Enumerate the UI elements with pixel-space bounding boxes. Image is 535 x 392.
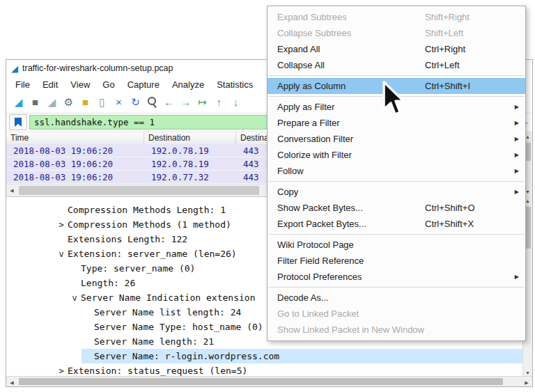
capture-options-icon[interactable]: ⚙ bbox=[61, 95, 76, 109]
tree-row-label: Compression Methods (1 method) bbox=[68, 219, 231, 230]
menu-item-label: Conversation Filter bbox=[277, 134, 425, 144]
reload-file-icon[interactable]: ↻ bbox=[128, 95, 143, 109]
menu-item-shortcut: Ctrl+Shift+I bbox=[425, 81, 520, 91]
tree-row-label: Extension: server_name (len=26) bbox=[68, 249, 237, 259]
scroll-track[interactable] bbox=[17, 377, 521, 386]
expander-icon[interactable]: v bbox=[55, 249, 68, 259]
filter-bookmark-button[interactable] bbox=[9, 114, 27, 130]
menu-separator bbox=[268, 181, 525, 182]
submenu-arrow-icon: ▶ bbox=[515, 120, 519, 126]
tree-row-label: Length: 26 bbox=[81, 278, 135, 288]
scroll-left-icon[interactable]: ◀ bbox=[6, 185, 17, 196]
menu-item-label: Decode As... bbox=[277, 292, 425, 303]
context-menu-item[interactable]: Protocol Preferences▶ bbox=[268, 269, 525, 285]
close-file-icon[interactable]: × bbox=[111, 95, 126, 109]
tree-row-label: Server Name list length: 24 bbox=[94, 307, 241, 317]
menu-item-label: Expand All bbox=[277, 44, 425, 54]
go-to-packet-icon[interactable]: ↦ bbox=[195, 95, 210, 109]
submenu-arrow-icon: ▶ bbox=[515, 104, 519, 110]
menu-item-shortcut: Ctrl+Right bbox=[425, 44, 520, 54]
context-menu-item[interactable]: Follow▶ bbox=[268, 163, 525, 179]
tree-row-label: Server Name Indication extension bbox=[81, 292, 255, 303]
menu-separator bbox=[268, 75, 525, 76]
tree-row-label: Server Name length: 21 bbox=[94, 336, 214, 347]
menu-item-label: Show Packet Bytes... bbox=[277, 203, 425, 213]
tree-row-label: Type: server_name (0) bbox=[81, 263, 195, 274]
menu-item-shortcut: Shift+Left bbox=[425, 28, 520, 38]
tree-row-label: Extension: status_request (len=5) bbox=[68, 366, 247, 376]
mouse-cursor-icon bbox=[382, 80, 408, 119]
menubar-item-go[interactable]: Go bbox=[96, 78, 121, 91]
stop-capture-icon[interactable]: ■ bbox=[28, 95, 42, 109]
save-file-icon[interactable]: ▯ bbox=[95, 95, 109, 109]
menu-item-label: Wiki Protocol Page bbox=[277, 240, 425, 250]
menu-item-label: Collapse Subtrees bbox=[277, 28, 425, 38]
context-menu-item[interactable]: Copy▶ bbox=[268, 184, 525, 200]
menu-item-shortcut: Ctrl+Left bbox=[425, 60, 520, 70]
context-menu-item[interactable]: Colorize with Filter▶ bbox=[268, 147, 525, 163]
start-capture-icon[interactable]: ◢ bbox=[11, 95, 26, 109]
menubar-item-edit[interactable]: Edit bbox=[36, 78, 64, 91]
menu-item-shortcut: Ctrl+Shift+X bbox=[425, 219, 520, 229]
cell-destination: 192.0.77.32 bbox=[144, 172, 236, 182]
scroll-right-icon[interactable]: ▶ bbox=[521, 377, 532, 386]
context-menu-item[interactable]: Collapse AllCtrl+Left bbox=[268, 57, 525, 73]
menu-item-label: Copy bbox=[277, 187, 425, 197]
menubar-item-statistics[interactable]: Statistics bbox=[210, 78, 259, 91]
context-menu-item[interactable]: Decode As... bbox=[268, 290, 525, 306]
submenu-arrow-icon: ▶ bbox=[515, 136, 519, 142]
scroll-thumb[interactable] bbox=[19, 186, 259, 195]
menubar-item-file[interactable]: File bbox=[9, 78, 36, 91]
tree-row-label: Compression Methods Length: 1 bbox=[68, 205, 226, 215]
expander-icon[interactable]: > bbox=[55, 220, 68, 230]
submenu-arrow-icon: ▶ bbox=[515, 168, 519, 174]
submenu-arrow-icon: ▶ bbox=[515, 189, 519, 195]
context-menu: Expand SubtreesShift+RightCollapse Subtr… bbox=[267, 6, 526, 341]
tree-row-inner: >Extension: status_request (len=5) bbox=[55, 363, 522, 377]
context-menu-item[interactable]: Filter Field Reference bbox=[268, 253, 525, 269]
scroll-thumb[interactable] bbox=[19, 378, 503, 385]
menu-item-label: Export Packet Bytes... bbox=[277, 219, 425, 229]
menubar-item-view[interactable]: View bbox=[64, 78, 96, 91]
menubar-item-analyze[interactable]: Analyze bbox=[166, 78, 210, 91]
scroll-left-icon[interactable]: ◀ bbox=[6, 377, 17, 386]
cell-destination: 192.0.78.19 bbox=[144, 159, 236, 169]
submenu-arrow-icon: ▶ bbox=[515, 274, 519, 280]
go-back-icon[interactable]: ← bbox=[162, 95, 176, 109]
cell-time: 2018-08-03 19:06:20 bbox=[6, 146, 144, 156]
context-menu-item[interactable]: Show Packet Bytes...Ctrl+Shift+O bbox=[268, 200, 525, 216]
cell-time: 2018-08-03 19:06:20 bbox=[6, 159, 144, 169]
menu-item-label: Prepare a Filter bbox=[277, 118, 425, 128]
context-menu-item[interactable]: Conversation Filter▶ bbox=[268, 131, 525, 147]
find-packet-icon[interactable] bbox=[145, 95, 160, 109]
context-menu-item[interactable]: Export Packet Bytes...Ctrl+Shift+X bbox=[268, 216, 525, 232]
cell-time: 2018-08-03 19:06:20 bbox=[6, 172, 144, 182]
tree-row[interactable]: Server Name: r-login.wordpress.com bbox=[6, 349, 522, 363]
menu-item-label: Colorize with Filter bbox=[277, 150, 425, 160]
go-forward-icon[interactable]: → bbox=[178, 95, 193, 109]
column-header-destination[interactable]: Destination bbox=[144, 132, 236, 144]
context-menu-item[interactable]: Wiki Protocol Page bbox=[268, 237, 525, 253]
menubar-item-capture[interactable]: Capture bbox=[121, 78, 166, 91]
menu-item-label: Follow bbox=[277, 166, 425, 176]
menu-separator bbox=[268, 287, 525, 288]
menu-separator bbox=[268, 234, 525, 235]
menu-item-shortcut: Ctrl+Shift+O bbox=[425, 203, 520, 213]
expander-icon[interactable]: > bbox=[55, 366, 68, 376]
tree-row-inner: Server Name: r-login.wordpress.com bbox=[82, 349, 522, 363]
tree-row[interactable]: >Extension: status_request (len=5) bbox=[6, 363, 522, 377]
column-header-time[interactable]: Time bbox=[6, 132, 144, 144]
open-file-icon[interactable]: ■ bbox=[78, 95, 93, 109]
restart-capture-icon[interactable]: ◢ bbox=[45, 95, 59, 109]
expander-icon[interactable]: v bbox=[68, 293, 81, 303]
last-packet-icon[interactable]: ↓ bbox=[228, 95, 243, 109]
bookmark-icon bbox=[15, 118, 22, 127]
menu-item-label: Expand Subtrees bbox=[277, 12, 425, 22]
context-menu-item[interactable]: Expand AllCtrl+Right bbox=[268, 41, 525, 57]
tree-row-label: Extensions Length: 122 bbox=[68, 234, 187, 244]
context-menu-item: Collapse SubtreesShift+Left bbox=[268, 25, 525, 41]
first-packet-icon[interactable]: ↑ bbox=[212, 95, 226, 109]
menu-item-label: Go to Linked Packet bbox=[277, 308, 425, 319]
detail-hscrollbar[interactable]: ◀ ▶ bbox=[6, 376, 532, 386]
menu-item-label: Show Linked Packet in New Window bbox=[277, 324, 425, 335]
